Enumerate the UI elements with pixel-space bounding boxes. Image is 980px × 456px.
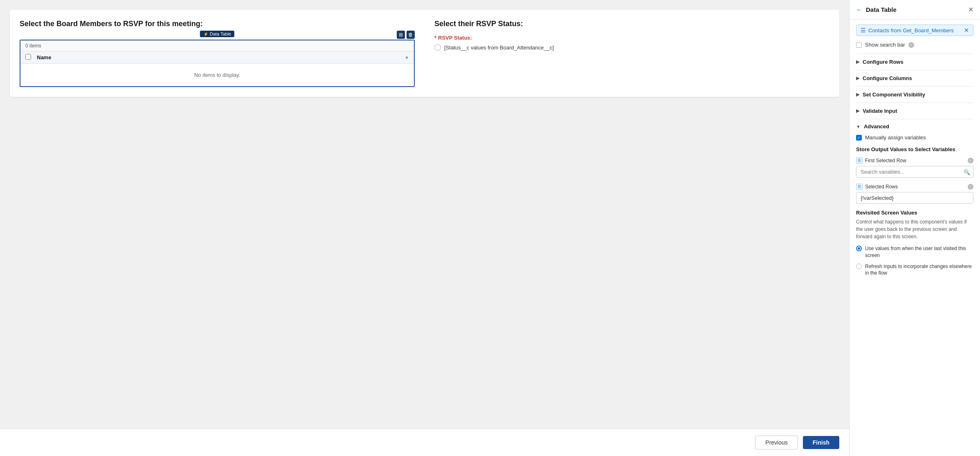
configure-rows-header[interactable]: ▶ Configure Rows bbox=[856, 58, 973, 66]
data-table-columns: Name ▼ bbox=[20, 51, 414, 64]
left-title: Select the Board Members to RSVP for thi… bbox=[20, 20, 415, 28]
radio-option-1: Use values from when the user last visit… bbox=[856, 245, 973, 259]
first-selected-row-input-wrapper: 🔍 bbox=[856, 166, 973, 178]
search-bar-info-icon[interactable]: i bbox=[908, 42, 914, 48]
lightning-icon: ⚡ bbox=[203, 32, 208, 36]
first-selected-row-group: ☰ First Selected Row i 🔍 bbox=[856, 157, 973, 178]
col-checkbox bbox=[25, 54, 34, 61]
revisited-title: Revisited Screen Values bbox=[856, 210, 973, 216]
form-area: Select the Board Members to RSVP for thi… bbox=[0, 0, 849, 429]
col-name-header: Name bbox=[37, 54, 405, 60]
search-bar-label: Show search bar bbox=[865, 42, 905, 48]
selected-rows-label: Selected Rows bbox=[865, 184, 898, 190]
revisited-section: Revisited Screen Values Control what hap… bbox=[856, 210, 973, 277]
selected-rows-group: ☰ Selected Rows i bbox=[856, 183, 973, 204]
sidebar-header: ← Data Table ✕ bbox=[850, 0, 980, 20]
search-bar-row: Show search bar i bbox=[856, 42, 973, 48]
selected-rows-input[interactable] bbox=[856, 192, 973, 204]
form-left: Select the Board Members to RSVP for thi… bbox=[20, 20, 415, 87]
right-sidebar: ← Data Table ✕ ☰ Contacts from Get_Board… bbox=[849, 0, 980, 456]
advanced-label: Advanced bbox=[864, 123, 889, 130]
first-selected-row-input[interactable] bbox=[856, 166, 973, 178]
configure-rows-label: Configure Rows bbox=[863, 59, 904, 65]
form-card: Select the Board Members to RSVP for thi… bbox=[10, 10, 839, 97]
chevron-right-icon-4: ▶ bbox=[856, 108, 859, 114]
table-move-button[interactable]: ⊞ bbox=[397, 31, 405, 39]
sidebar-header-left: ← Data Table bbox=[856, 6, 897, 13]
validate-input-header[interactable]: ▶ Validate Input bbox=[856, 107, 973, 115]
first-row-field-icon: ☰ bbox=[856, 157, 863, 164]
accordion-set-visibility: ▶ Set Component Visibility bbox=[856, 86, 973, 103]
rsvp-label: * RSVP Status: bbox=[434, 35, 829, 41]
manually-assign-checkbox[interactable] bbox=[856, 135, 862, 141]
search-icon: 🔍 bbox=[964, 169, 970, 175]
previous-button[interactable]: Previous bbox=[755, 436, 798, 449]
right-title: Select their RSVP Status: bbox=[434, 20, 829, 28]
manually-assign-row: Manually assign variables bbox=[856, 134, 973, 141]
data-table-wrapper: ⚡ Data Table ⊞ 🗑 0 items bbox=[20, 40, 415, 87]
validate-input-label: Validate Input bbox=[863, 108, 897, 114]
data-table-items-count: 0 items bbox=[20, 40, 414, 51]
chevron-down-icon: ▼ bbox=[856, 124, 861, 129]
advanced-header[interactable]: ▼ Advanced bbox=[856, 123, 973, 130]
configure-columns-header[interactable]: ▶ Configure Columns bbox=[856, 74, 973, 82]
sidebar-body: ☰ Contacts from Get_Board_Members ✕ Show… bbox=[850, 20, 980, 456]
table-icon: ☰ bbox=[861, 27, 866, 34]
store-output-title: Store Output Values to Select Variables bbox=[856, 146, 973, 152]
source-tag-close[interactable]: ✕ bbox=[964, 27, 969, 34]
radio-option-2-label: Refresh inputs to incorporate changes el… bbox=[865, 263, 973, 277]
finish-button[interactable]: Finish bbox=[803, 436, 839, 449]
accordion-configure-rows: ▶ Configure Rows bbox=[856, 54, 973, 70]
form-columns: Select the Board Members to RSVP for thi… bbox=[20, 20, 829, 87]
configure-columns-label: Configure Columns bbox=[863, 75, 912, 81]
col-sort-icon: ▼ bbox=[405, 55, 409, 60]
first-selected-row-label-row: ☰ First Selected Row i bbox=[856, 157, 973, 164]
advanced-section: ▼ Advanced Manually assign variables Sto… bbox=[856, 119, 973, 277]
data-table-container: 0 items Name ▼ No items to display. bbox=[20, 40, 415, 87]
source-tag-text: Contacts from Get_Board_Members bbox=[868, 27, 954, 34]
selected-rows-field-icon: ☰ bbox=[856, 183, 863, 190]
chevron-right-icon-2: ▶ bbox=[856, 76, 859, 81]
accordion-configure-columns: ▶ Configure Columns bbox=[856, 70, 973, 86]
set-visibility-label: Set Component Visibility bbox=[863, 92, 925, 98]
search-bar-checkbox[interactable] bbox=[856, 42, 862, 48]
select-all-checkbox[interactable] bbox=[25, 54, 31, 60]
back-icon[interactable]: ← bbox=[856, 6, 863, 13]
selected-rows-input-wrapper bbox=[856, 192, 973, 204]
close-icon[interactable]: ✕ bbox=[968, 6, 973, 13]
chevron-right-icon: ▶ bbox=[856, 59, 859, 65]
sidebar-title: Data Table bbox=[866, 6, 897, 13]
selected-rows-label-row: ☰ Selected Rows i bbox=[856, 183, 973, 190]
radio-unselected-2[interactable] bbox=[856, 264, 862, 269]
revisited-desc: Control what happens to this component's… bbox=[856, 218, 973, 240]
table-delete-button[interactable]: 🗑 bbox=[407, 31, 415, 39]
rsvp-option: [Status__c values from Board_Attendance_… bbox=[434, 44, 829, 51]
footer-bar: Previous Finish bbox=[0, 429, 849, 456]
manually-assign-label: Manually assign variables bbox=[865, 134, 926, 141]
data-table-empty: No items to display. bbox=[20, 64, 414, 86]
data-table-toolbar: ⊞ 🗑 bbox=[397, 31, 415, 39]
first-selected-row-label: First Selected Row bbox=[865, 158, 906, 163]
form-right: Select their RSVP Status: * RSVP Status:… bbox=[434, 20, 829, 51]
main-content: Select the Board Members to RSVP for thi… bbox=[0, 0, 849, 456]
selected-rows-info-icon[interactable]: i bbox=[968, 184, 973, 190]
radio-option-1-label: Use values from when the user last visit… bbox=[865, 245, 973, 259]
radio-option-2: Refresh inputs to incorporate changes el… bbox=[856, 263, 973, 277]
accordion-validate-input: ▶ Validate Input bbox=[856, 103, 973, 119]
chevron-right-icon-3: ▶ bbox=[856, 92, 859, 97]
data-table-label: ⚡ Data Table bbox=[200, 31, 234, 37]
source-tag: ☰ Contacts from Get_Board_Members ✕ bbox=[856, 25, 973, 36]
rsvp-radio[interactable] bbox=[434, 44, 441, 51]
first-row-info-icon[interactable]: i bbox=[968, 158, 973, 163]
set-visibility-header[interactable]: ▶ Set Component Visibility bbox=[856, 91, 973, 98]
radio-selected-1[interactable] bbox=[856, 246, 862, 251]
